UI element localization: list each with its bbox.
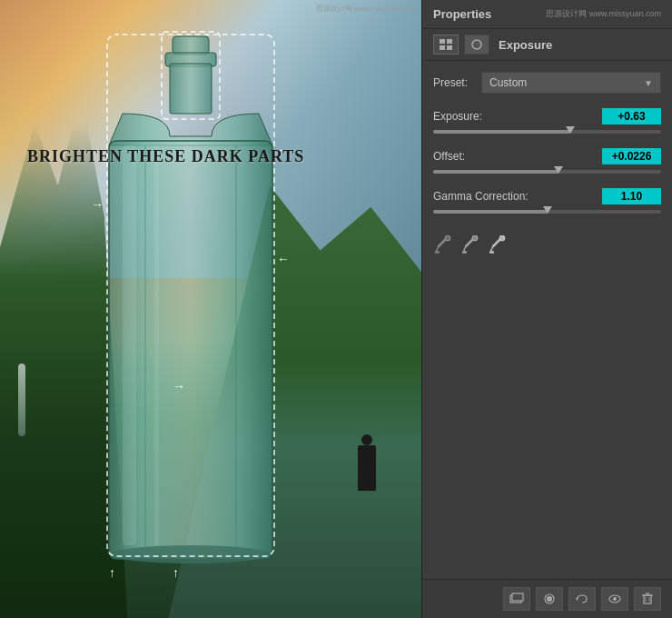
- exposure-label-text: Exposure:: [433, 110, 482, 123]
- svg-rect-30: [462, 251, 467, 254]
- offset-control: Offset: +0.0226: [433, 148, 661, 174]
- exposure-control: Exposure: +0.63: [433, 108, 661, 134]
- panel-footer: [422, 579, 672, 618]
- svg-point-38: [547, 596, 552, 602]
- svg-rect-20: [440, 45, 445, 50]
- gamma-label-text: Gamma Correction:: [433, 190, 529, 203]
- svg-rect-42: [644, 595, 651, 603]
- svg-rect-3: [170, 64, 212, 114]
- gray-eyedropper-button[interactable]: [460, 235, 480, 255]
- svg-text:→: →: [173, 379, 185, 394]
- offset-value[interactable]: +0.0226: [602, 148, 661, 164]
- exposure-label: Exposure: [499, 38, 552, 52]
- svg-text:←: ←: [277, 252, 290, 266]
- annotation-text: BRIGHTEN THESE DARK PARTS: [27, 145, 304, 168]
- svg-rect-7: [123, 145, 136, 545]
- offset-header: Offset: +0.0226: [433, 148, 661, 164]
- exposure-fill: [433, 130, 570, 134]
- delete-button[interactable]: [634, 587, 661, 611]
- svg-rect-36: [512, 593, 523, 601]
- black-eyedropper-button[interactable]: [433, 235, 453, 255]
- bottle-svg: → ← ← ↑ ↑ →: [82, 27, 300, 591]
- exposure-thumb: [566, 126, 575, 134]
- exposure-value[interactable]: +0.63: [602, 108, 661, 125]
- bottle-container: → ← ← ↑ ↑ →: [73, 27, 309, 591]
- svg-point-33: [499, 235, 505, 241]
- svg-point-41: [613, 597, 617, 601]
- svg-rect-34: [489, 251, 494, 254]
- svg-rect-18: [440, 39, 445, 44]
- panel-header: Properties 思源设计网 www.missyuan.com: [422, 0, 672, 29]
- exposure-header: Exposure: +0.63: [433, 108, 661, 125]
- visibility-button[interactable]: [601, 587, 628, 611]
- svg-point-29: [472, 235, 478, 241]
- svg-text:↑: ↑: [109, 565, 115, 580]
- mask-button[interactable]: [536, 587, 563, 611]
- svg-point-25: [445, 235, 450, 241]
- dropdown-arrow-icon: ▼: [644, 78, 653, 88]
- gamma-header: Gamma Correction: 1.10: [433, 188, 661, 204]
- svg-rect-26: [435, 251, 440, 254]
- watermark-text: 思源设计网 www.missyuan.com: [546, 8, 661, 20]
- waterfall: [18, 364, 25, 436]
- gamma-fill: [433, 210, 548, 214]
- gamma-slider[interactable]: [433, 210, 661, 214]
- svg-rect-21: [447, 45, 452, 50]
- new-layer-button[interactable]: [503, 587, 530, 611]
- canvas-watermark: 思源设计网 www.missyuan.com: [316, 4, 418, 14]
- canvas-area: → ← ← ↑ ↑ → BRIGHTEN THESE DARK PARTS 思源…: [0, 0, 421, 618]
- gamma-thumb: [543, 206, 552, 214]
- svg-text:→: →: [91, 197, 104, 212]
- eyedropper-row: [433, 228, 661, 263]
- svg-text:↑: ↑: [173, 565, 179, 580]
- svg-rect-19: [447, 39, 452, 44]
- preset-value: Custom: [489, 76, 527, 89]
- gamma-value[interactable]: 1.10: [602, 188, 661, 204]
- exposure-slider[interactable]: [433, 130, 661, 134]
- gamma-control: Gamma Correction: 1.10: [433, 188, 661, 214]
- offset-thumb: [554, 166, 563, 174]
- figure: [358, 445, 376, 491]
- panel-title: Properties: [433, 7, 491, 21]
- properties-panel: Properties 思源设计网 www.missyuan.com Exposu…: [421, 0, 672, 618]
- panel-body: Preset: Custom ▼ Exposure: +0.63: [422, 61, 672, 579]
- offset-label-text: Offset:: [433, 150, 465, 163]
- offset-slider[interactable]: [433, 170, 661, 174]
- offset-fill: [433, 170, 558, 174]
- svg-point-22: [472, 40, 481, 49]
- panel-tabs: Exposure: [422, 29, 672, 61]
- tab-adjustments-icon[interactable]: [464, 35, 489, 55]
- preset-label: Preset:: [433, 76, 474, 89]
- white-eyedropper-button[interactable]: [488, 235, 508, 255]
- preset-dropdown[interactable]: Custom ▼: [481, 72, 661, 94]
- svg-marker-39: [576, 597, 578, 601]
- main-container: → ← ← ↑ ↑ → BRIGHTEN THESE DARK PARTS 思源…: [0, 0, 672, 618]
- svg-point-9: [111, 545, 271, 563]
- svg-rect-8: [154, 145, 159, 545]
- svg-rect-1: [173, 36, 209, 55]
- preset-row: Preset: Custom ▼: [433, 72, 661, 94]
- tab-properties-icon[interactable]: [433, 35, 459, 55]
- reset-button[interactable]: [568, 587, 596, 611]
